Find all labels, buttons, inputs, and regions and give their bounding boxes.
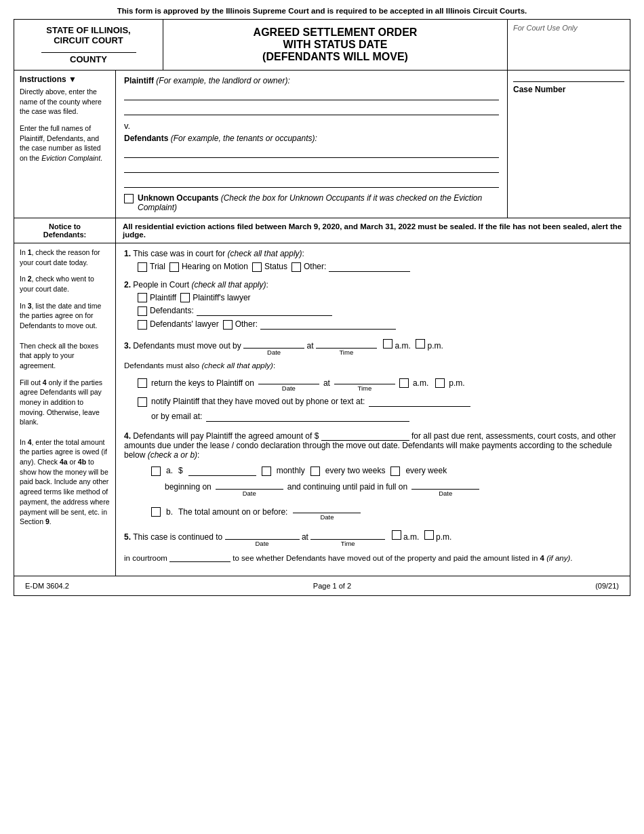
- item3-at: at: [306, 341, 315, 351]
- item3-pm-checkbox[interactable]: [416, 339, 425, 349]
- return-keys-time-input[interactable]: [334, 374, 395, 384]
- other-field[interactable]: [329, 261, 410, 272]
- defendants-checkbox[interactable]: [138, 306, 147, 316]
- hearing-motion-label: Hearing on Motion: [182, 262, 248, 271]
- return-keys-pm-label: p.m.: [449, 378, 464, 388]
- return-keys-date-label: Date: [282, 384, 296, 392]
- other-option: Other:: [291, 261, 410, 272]
- beginning-on-text: beginning on: [165, 482, 212, 492]
- defendants-field[interactable]: [197, 305, 332, 316]
- item2-row1: Plaintiff Plaintiff's lawyer: [138, 292, 622, 302]
- item3-date-input[interactable]: [243, 338, 304, 349]
- or-by-email: or by email at:: [151, 412, 202, 421]
- other2-label: Other:: [235, 319, 258, 329]
- defendant-field-1[interactable]: [124, 146, 499, 158]
- other2-field[interactable]: [260, 319, 396, 330]
- county-label: COUNTY: [70, 54, 107, 64]
- item4b-label: b.: [166, 507, 173, 517]
- plaintiff-field-2[interactable]: [124, 103, 499, 115]
- return-keys-time-label: Time: [358, 384, 372, 392]
- item5-am-checkbox[interactable]: [392, 530, 401, 540]
- item5-pm-checkbox[interactable]: [424, 530, 434, 540]
- item4a-amount-field[interactable]: [188, 465, 256, 476]
- return-keys-at: at: [323, 378, 330, 388]
- item-4: 4. Defendants will pay Plaintiff the agr…: [124, 430, 622, 521]
- item3-num: 3.: [124, 341, 131, 351]
- item5-num: 5.: [124, 532, 131, 542]
- item4a-beginning-row: beginning on Date and continuing until p…: [165, 479, 622, 497]
- main-title-line1: AGREED SETTLEMENT ORDER: [170, 26, 500, 39]
- item3-date-label: Date: [267, 349, 281, 356]
- defendants-option: Defendants:: [138, 305, 332, 316]
- defendants-check-label: Defendants:: [150, 306, 194, 315]
- item4b-row: b. The total amount on or before: Date: [151, 502, 622, 521]
- item-1: 1. This case was in court for (check all…: [124, 249, 622, 272]
- item4-text: Defendants will pay Plaintiff the agreed…: [133, 431, 314, 441]
- other-checkbox[interactable]: [291, 262, 301, 272]
- header-row: STATE OF ILLINOIS, CIRCUIT COURT COUNTY …: [14, 20, 630, 71]
- header-left: STATE OF ILLINOIS, CIRCUIT COURT COUNTY: [14, 20, 163, 70]
- notify-checkbox[interactable]: [138, 397, 147, 407]
- status-option: Status: [252, 262, 287, 272]
- item3-am-label: a.m.: [395, 341, 410, 351]
- return-keys-pm-checkbox[interactable]: [435, 378, 445, 388]
- item2-row2: Defendants:: [138, 305, 622, 316]
- other2-checkbox[interactable]: [223, 320, 233, 330]
- defendant-field-3[interactable]: [124, 176, 499, 188]
- email-field[interactable]: [206, 411, 409, 422]
- unknown-occupants-checkbox[interactable]: [124, 194, 134, 203]
- to-see-text: to see whether Defendants have moved out…: [233, 554, 572, 562]
- return-keys-time-field: Time: [334, 374, 395, 392]
- item5-pm-label: p.m.: [436, 532, 451, 542]
- item5-date-input[interactable]: [225, 529, 300, 540]
- beginning-date-field: Date: [216, 479, 283, 497]
- plaintiff-field-1[interactable]: [124, 88, 499, 100]
- item4-num: 4.: [124, 431, 131, 441]
- return-keys-am-checkbox[interactable]: [399, 378, 409, 388]
- items-area: In 1, check the reason for your court da…: [14, 243, 630, 576]
- paid-full-date-input[interactable]: [411, 479, 479, 490]
- instructions-header[interactable]: Instructions ▼: [20, 75, 110, 84]
- total-date-input[interactable]: [293, 502, 361, 513]
- item4b-checkbox[interactable]: [151, 507, 161, 517]
- item3-time-input[interactable]: [316, 338, 377, 349]
- total-date-field: Date: [293, 502, 361, 521]
- beginning-date-label: Date: [243, 490, 256, 497]
- right-col-case-number: Case Number: [508, 71, 630, 218]
- item4-amount-field[interactable]: [321, 430, 409, 441]
- body-area: Instructions ▼ Directly above, enter the…: [14, 71, 630, 218]
- return-keys-date-input[interactable]: [258, 374, 319, 384]
- item3-am-checkbox[interactable]: [383, 339, 393, 349]
- defendants-also-row: Defendants must also (check all that app…: [124, 361, 622, 370]
- item5-date-field: Date: [225, 529, 300, 547]
- return-keys-checkbox[interactable]: [138, 378, 147, 388]
- plaintiff-checkbox[interactable]: [138, 293, 147, 302]
- item-5: 5. This case is continued to Date at Tim…: [124, 529, 622, 562]
- notice-text: All residential eviction actions filed b…: [116, 218, 630, 243]
- trial-checkbox[interactable]: [138, 262, 147, 272]
- every-two-label: every two weeks: [325, 466, 386, 475]
- item1-text: This case was in court for (check all th…: [133, 249, 304, 258]
- monthly-label: monthly: [277, 466, 305, 475]
- item3-time-label: Time: [339, 349, 353, 356]
- beginning-date-input[interactable]: [216, 479, 283, 490]
- plaintiff-defendant-col: Plaintiff (For example, the landlord or …: [116, 71, 508, 218]
- item2-row3: Defendants' lawyer Other:: [138, 319, 622, 330]
- monthly-checkbox[interactable]: [262, 466, 271, 476]
- item4a-checkbox[interactable]: [151, 466, 161, 476]
- defendant-field-2[interactable]: [124, 161, 499, 173]
- defendants-lawyer-checkbox[interactable]: [138, 320, 147, 330]
- items-main-col: 1. This case was in court for (check all…: [116, 243, 630, 576]
- hearing-motion-checkbox[interactable]: [169, 262, 179, 272]
- item4b-text: The total amount on or before:: [178, 507, 287, 517]
- notify-phone-field[interactable]: [369, 396, 470, 407]
- status-checkbox[interactable]: [252, 262, 262, 272]
- plaintiff-lawyer-checkbox[interactable]: [180, 293, 190, 302]
- every-week-checkbox[interactable]: [390, 466, 400, 476]
- item-2: 2. People in Court (check all that apply…: [124, 280, 622, 330]
- main-title-line2: WITH STATUS DATE: [170, 39, 500, 51]
- courtroom-field[interactable]: [169, 551, 230, 562]
- case-number-label: Case Number: [513, 81, 624, 94]
- item5-time-input[interactable]: [310, 529, 385, 540]
- every-two-checkbox[interactable]: [310, 466, 320, 476]
